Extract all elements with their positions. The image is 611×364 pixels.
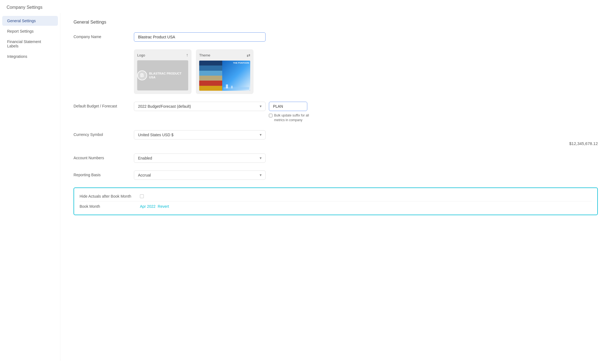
reporting-basis-select[interactable]: Accrual (134, 170, 266, 180)
reporting-basis-row: Reporting Basis Accrual ▼ (74, 170, 598, 180)
company-name-input[interactable] (134, 32, 266, 42)
hide-actuals-label: Hide Actuals after Book Month (80, 194, 140, 198)
theme-image-area: THE PONTOON (222, 61, 250, 91)
logo-inner: B BLASTRAC PRODUCT USA (137, 70, 188, 80)
reporting-basis-label: Reporting Basis (74, 170, 134, 177)
reporting-basis-control: Accrual ▼ (134, 170, 598, 180)
sidebar-item-financial-statement-labels[interactable]: Financial Statement Labels (2, 37, 58, 51)
logo-theme-label (74, 49, 134, 52)
sidebar-item-general-settings[interactable]: General Settings (2, 16, 58, 26)
swap-icon[interactable]: ⇄ (247, 53, 250, 58)
account-numbers-control: Enabled ▼ (134, 153, 598, 163)
svg-rect-1 (226, 84, 228, 88)
bulk-update-checkbox[interactable] (269, 114, 272, 117)
stripe-1 (199, 61, 222, 66)
svg-rect-2 (231, 86, 233, 88)
logo-card: Logo ↑ B BLASTRAC PRODUCT USA (134, 49, 192, 94)
stripe-3 (199, 71, 222, 76)
highlight-box: Hide Actuals after Book Month Book Month… (74, 187, 598, 215)
company-name-label: Company Name (74, 32, 134, 39)
account-numbers-row: Account Numbers Enabled ▼ (74, 153, 598, 163)
reporting-basis-select-wrapper: Accrual ▼ (134, 170, 266, 180)
account-numbers-select-wrapper: Enabled ▼ (134, 153, 266, 163)
budget-label: Default Budget / Forecast (74, 102, 134, 108)
book-month-row: Book Month Apr 2022 Revert (80, 203, 592, 210)
theme-image-title: THE PONTOON (233, 62, 249, 64)
stripe-5 (199, 81, 222, 86)
section-title: General Settings (74, 20, 598, 25)
logo-theme-control: Logo ↑ B BLASTRAC PRODUCT USA (134, 49, 598, 94)
budget-suffix-input[interactable] (269, 102, 307, 111)
main-content: General Settings Company Name Logo ↑ (60, 13, 611, 361)
stripe-2 (199, 66, 222, 70)
logo-card-header: Logo ↑ (137, 53, 188, 58)
company-name-row: Company Name (74, 32, 598, 42)
book-month-value: Apr 2022 Revert (140, 204, 169, 209)
logo-preview: B BLASTRAC PRODUCT USA (137, 60, 188, 90)
bulk-update-text: Bulk update suffix for all metrics in co… (274, 113, 313, 123)
theme-preview: THE PONTOON (199, 61, 250, 91)
account-numbers-select[interactable]: Enabled (134, 153, 266, 163)
hide-actuals-value (140, 194, 144, 198)
budget-select-wrapper: 2022 Budget/Forecast (default) ▼ (134, 102, 266, 111)
logo-circle: B (137, 70, 147, 80)
sidebar-item-integrations[interactable]: Integrations (2, 52, 58, 61)
budget-suffix: Bulk update suffix for all metrics in co… (269, 102, 313, 123)
logo-company-text: BLASTRAC PRODUCT USA (149, 72, 188, 79)
currency-preview: $12,345,678.12 (134, 141, 598, 146)
book-month-revert-link[interactable]: Revert (158, 204, 169, 209)
currency-row: Currency Symbol United States USD $ ▼ $1… (74, 130, 598, 146)
page-title: Company Settings (0, 0, 611, 13)
logo-card-title: Logo (137, 53, 145, 57)
upload-icon[interactable]: ↑ (186, 53, 188, 58)
book-month-link[interactable]: Apr 2022 (140, 204, 156, 209)
theme-card-header: Theme ⇄ (199, 53, 250, 58)
theme-card-title: Theme (199, 53, 210, 57)
logo-letter: B (140, 73, 144, 78)
budget-inner-row: 2022 Budget/Forecast (default) ▼ Bulk up… (134, 102, 598, 123)
company-name-control (134, 32, 598, 42)
sidebar: General Settings Report Settings Financi… (0, 13, 60, 361)
currency-label: Currency Symbol (74, 130, 134, 137)
theme-card: Theme ⇄ (196, 49, 254, 94)
budget-row: Default Budget / Forecast 2022 Budget/Fo… (74, 102, 598, 123)
bulk-update-label: Bulk update suffix for all metrics in co… (269, 113, 313, 123)
hide-actuals-checkbox[interactable] (140, 194, 144, 198)
theme-stripes (199, 61, 222, 91)
media-cards: Logo ↑ B BLASTRAC PRODUCT USA (134, 49, 598, 94)
sidebar-item-report-settings[interactable]: Report Settings (2, 26, 58, 36)
hide-actuals-row: Hide Actuals after Book Month (80, 192, 592, 200)
stripe-6 (199, 86, 222, 91)
logo-theme-row: Logo ↑ B BLASTRAC PRODUCT USA (74, 49, 598, 94)
budget-select[interactable]: 2022 Budget/Forecast (default) (134, 102, 266, 111)
book-month-label: Book Month (80, 204, 140, 209)
currency-select[interactable]: United States USD $ (134, 130, 266, 140)
budget-control: 2022 Budget/Forecast (default) ▼ Bulk up… (134, 102, 598, 123)
account-numbers-label: Account Numbers (74, 153, 134, 160)
currency-control: United States USD $ ▼ $12,345,678.12 (134, 130, 598, 146)
theme-image-svg (223, 79, 249, 90)
stripe-4 (199, 76, 222, 81)
currency-select-wrapper: United States USD $ ▼ (134, 130, 266, 140)
highlight-divider (80, 201, 592, 201)
